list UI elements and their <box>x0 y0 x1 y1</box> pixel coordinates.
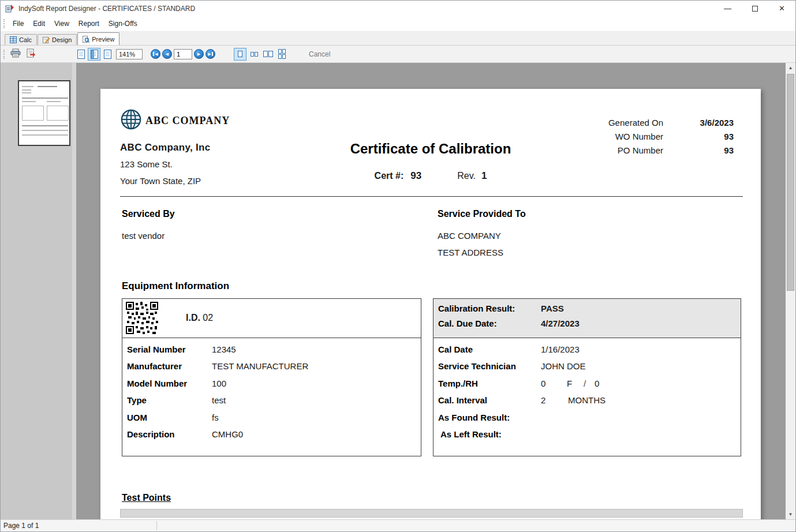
test-points-table-header <box>120 509 743 518</box>
window-title: IndySoft Report Designer - CERTIFICATES … <box>18 5 195 13</box>
as-found-result-label: As Found Result: <box>438 413 510 422</box>
scrollbar-thumb[interactable] <box>787 74 794 291</box>
globe-icon <box>120 108 142 133</box>
calibration-rows: Cal Date 1/16/2023 Service Technician JO… <box>433 343 741 411</box>
temp-rh-separator: / <box>584 379 586 388</box>
app-icon <box>5 4 14 13</box>
wo-number-value: 93 <box>663 132 734 141</box>
cancel-button[interactable]: Cancel <box>309 50 330 58</box>
page-width-icon <box>91 50 98 59</box>
menu-file[interactable]: File <box>8 16 28 31</box>
page-width-view-button[interactable] <box>88 48 100 61</box>
tab-calc[interactable]: Calc <box>5 34 37 45</box>
page-number-input[interactable] <box>174 49 192 59</box>
rh-value: 0 <box>595 379 599 388</box>
rev-label: Rev. <box>457 171 476 181</box>
company-logo: ABC COMPANY <box>120 108 230 133</box>
table-row: Cal. Interval 2 MONTHS <box>433 394 741 410</box>
previous-page-button[interactable]: ◀ <box>162 49 172 59</box>
generated-on-value: 3/6/2023 <box>663 118 734 128</box>
scroll-up-icon: ▲ <box>788 65 793 70</box>
menu-edit[interactable]: Edit <box>28 16 50 31</box>
cal-interval-unit: MONTHS <box>568 395 606 405</box>
multi-page-layout-button[interactable] <box>275 48 288 61</box>
preview-toolbar: 141% ◀ ◀ ▶ ▶ Cancel <box>1 46 795 63</box>
next-page-icon: ▶ <box>197 52 200 56</box>
tab-design[interactable]: Design <box>38 34 77 45</box>
cert-number-line: Cert #: 93 Rev. 1 <box>100 170 761 182</box>
multi-page-icon <box>278 49 286 59</box>
table-row: Temp./RH 0 F / 0 <box>433 377 741 394</box>
service-technician-value: JOHN DOE <box>541 361 586 371</box>
calibration-box-header: Calibration Result: PASS Cal. Due Date: … <box>433 299 741 338</box>
serviced-by-value: test vendor <box>122 231 165 241</box>
test-points-heading: Test Points <box>122 493 171 503</box>
facing-page-layout-button[interactable] <box>261 48 274 61</box>
qr-code-icon <box>126 302 158 336</box>
statusbar: Page 1 of 1 <box>1 519 795 531</box>
tab-calc-label: Calc <box>19 36 32 43</box>
tab-preview[interactable]: Preview <box>77 32 119 45</box>
equipment-box-header: I.D. 02 <box>122 299 421 338</box>
single-page-layout-button[interactable] <box>234 48 246 61</box>
menu-report[interactable]: Report <box>74 16 104 31</box>
company-address-line1: 123 Some St. <box>120 159 173 169</box>
vertical-scrollbar[interactable]: ▲ ▼ <box>786 63 795 519</box>
export-button[interactable] <box>23 47 38 61</box>
minimize-button[interactable]: — <box>714 1 741 16</box>
temp-rh-label: Temp./RH <box>438 379 478 388</box>
scroll-down-button[interactable]: ▼ <box>786 509 795 519</box>
last-page-icon <box>212 52 213 56</box>
header-divider <box>120 196 743 197</box>
cal-date-label: Cal Date <box>438 344 473 354</box>
close-icon: ✕ <box>779 4 785 13</box>
close-button[interactable]: ✕ <box>768 1 795 16</box>
cal-due-date-value: 4/27/2023 <box>541 319 580 328</box>
text-width-view-button[interactable] <box>101 48 114 61</box>
two-page-layout-button[interactable] <box>248 48 260 61</box>
export-icon <box>26 48 36 60</box>
equipment-rows: Serial Number 12345 Manufacturer TEST MA… <box>122 343 421 444</box>
equipment-information-heading: Equipment Information <box>122 280 229 292</box>
page-info: Page 1 of 1 <box>1 522 39 530</box>
tab-preview-label: Preview <box>92 36 114 43</box>
panel-splitter[interactable] <box>72 63 76 519</box>
equipment-id: I.D. 02 <box>186 313 213 323</box>
table-row: Description CMHG0 <box>122 428 421 444</box>
calc-grid-icon <box>10 36 17 43</box>
menu-sign-offs[interactable]: Sign-Offs <box>104 16 142 31</box>
last-page-button[interactable]: ▶ <box>205 49 215 59</box>
table-row: Manufacturer TEST MANUFACTURER <box>122 359 421 376</box>
id-value: 02 <box>203 313 213 323</box>
whole-page-icon <box>77 50 85 59</box>
table-row: UOM fs <box>122 411 421 428</box>
serviced-by-label: Serviced By <box>122 209 175 219</box>
calibration-info-box: Calibration Result: PASS Cal. Due Date: … <box>433 298 741 456</box>
maximize-button[interactable] <box>741 1 768 16</box>
page-nav-group: ◀ ◀ ▶ ▶ <box>151 49 215 59</box>
page-thumbnail[interactable] <box>18 80 70 146</box>
menubar-grip <box>3 19 6 28</box>
print-button[interactable] <box>8 47 23 61</box>
preview-magnifier-icon <box>83 36 89 43</box>
whole-page-view-button[interactable] <box>74 48 87 61</box>
cert-number-value: 93 <box>410 170 421 182</box>
tab-design-label: Design <box>52 36 72 43</box>
table-row: Type test <box>122 394 421 410</box>
app-window: IndySoft Report Designer - CERTIFICATES … <box>0 0 796 532</box>
id-label: I.D. <box>186 313 200 323</box>
first-page-button[interactable]: ◀ <box>151 49 160 59</box>
printer-icon <box>10 48 21 60</box>
zoom-mode-group <box>74 48 114 61</box>
toolbar-grip <box>3 50 6 59</box>
table-row: Service Technician JOHN DOE <box>433 359 741 376</box>
cal-date-value: 1/16/2023 <box>541 344 580 354</box>
service-provided-to-label: Service Provided To <box>438 209 526 219</box>
next-page-button[interactable]: ▶ <box>194 49 204 59</box>
certificate-page: ABC COMPANY ABC Company, Inc 123 Some St… <box>100 89 761 519</box>
zoom-level-field[interactable]: 141% <box>116 49 143 59</box>
window-controls: — ✕ <box>714 1 795 16</box>
design-pencil-icon <box>43 36 50 43</box>
menu-view[interactable]: View <box>50 16 74 31</box>
scroll-up-button[interactable]: ▲ <box>786 63 795 73</box>
